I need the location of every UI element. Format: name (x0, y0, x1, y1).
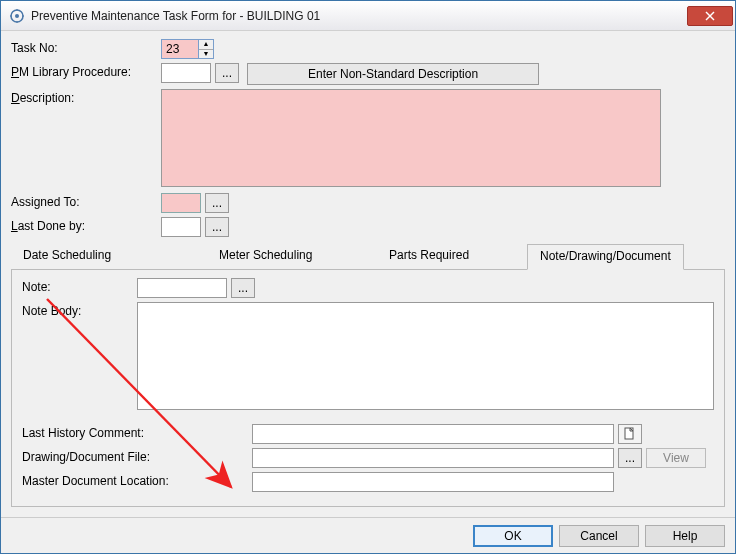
notebody-label: Note Body: (22, 302, 137, 318)
description-label: Description: (11, 89, 161, 105)
form-body: Task No: ▲▼ PM Library Procedure: ... En… (1, 31, 735, 553)
cancel-button[interactable]: Cancel (559, 525, 639, 547)
lasthist-input[interactable] (252, 424, 614, 444)
lastdone-input[interactable] (161, 217, 201, 237)
tab-strip: Date Scheduling Meter Scheduling Parts R… (11, 243, 725, 270)
tab-panel: Note: ... Note Body: Last History Commen… (11, 270, 725, 507)
nonstd-desc-button[interactable]: Enter Non-Standard Description (247, 63, 539, 85)
note-label: Note: (22, 278, 137, 294)
assigned-browse-button[interactable]: ... (205, 193, 229, 213)
ok-button[interactable]: OK (473, 525, 553, 547)
document-icon (624, 427, 636, 441)
tab-meter-scheduling[interactable]: Meter Scheduling (207, 244, 377, 270)
taskno-label: Task No: (11, 39, 161, 55)
app-icon (9, 8, 25, 24)
lastdone-browse-button[interactable]: ... (205, 217, 229, 237)
spin-down-icon[interactable]: ▼ (199, 50, 213, 59)
master-label: Master Document Location: (22, 472, 252, 488)
drawfile-input[interactable] (252, 448, 614, 468)
taskno-stepper[interactable]: ▲▼ (161, 39, 214, 59)
drawfile-label: Drawing/Document File: (22, 448, 252, 464)
drawfile-browse-button[interactable]: ... (618, 448, 642, 468)
copy-button[interactable] (618, 424, 642, 444)
tab-note-drawing-document[interactable]: Note/Drawing/Document (527, 244, 684, 270)
pmlib-browse-button[interactable]: ... (215, 63, 239, 83)
assigned-input[interactable] (161, 193, 201, 213)
close-icon (705, 11, 715, 21)
view-button[interactable]: View (646, 448, 706, 468)
master-input[interactable] (252, 472, 614, 492)
lasthist-label: Last History Comment: (22, 424, 252, 440)
titlebar: Preventive Maintenance Task Form for - B… (1, 1, 735, 31)
pmlib-input[interactable] (161, 63, 211, 83)
help-button[interactable]: Help (645, 525, 725, 547)
dialog-footer: OK Cancel Help (1, 517, 735, 553)
tab-date-scheduling[interactable]: Date Scheduling (11, 244, 207, 270)
taskno-input[interactable] (162, 40, 198, 58)
lastdone-label: Last Done by: (11, 217, 161, 233)
description-textarea[interactable] (161, 89, 661, 187)
note-input[interactable] (137, 278, 227, 298)
assigned-label: Assigned To: (11, 193, 161, 209)
close-button[interactable] (687, 6, 733, 26)
spin-up-icon[interactable]: ▲ (199, 40, 213, 50)
dialog-window: Preventive Maintenance Task Form for - B… (0, 0, 736, 554)
svg-point-1 (15, 14, 19, 18)
taskno-spin[interactable]: ▲▼ (198, 40, 213, 58)
pmlib-label: PM Library Procedure: (11, 63, 161, 79)
note-browse-button[interactable]: ... (231, 278, 255, 298)
notebody-textarea[interactable] (137, 302, 714, 410)
window-title: Preventive Maintenance Task Form for - B… (31, 9, 687, 23)
tab-parts-required[interactable]: Parts Required (377, 244, 527, 270)
